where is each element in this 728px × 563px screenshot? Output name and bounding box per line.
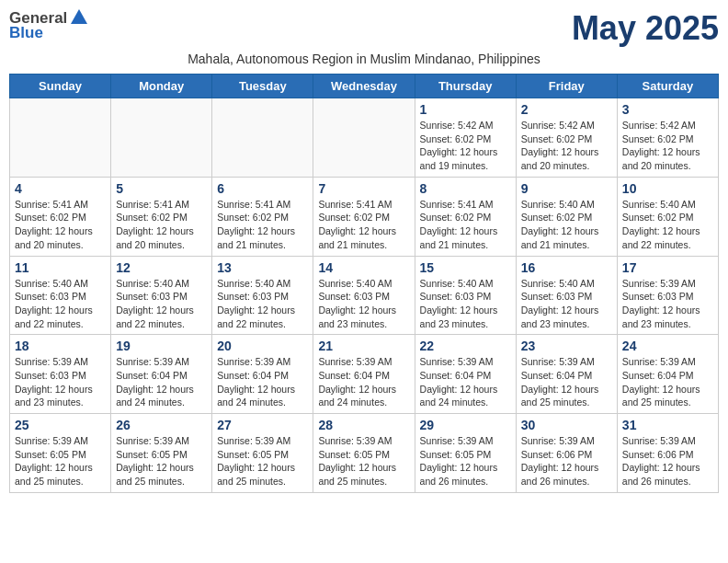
day-info: Sunrise: 5:39 AMSunset: 6:06 PMDaylight:… [521, 434, 612, 488]
calendar-cell: 26Sunrise: 5:39 AMSunset: 6:05 PMDayligh… [111, 414, 212, 493]
day-number: 4 [15, 181, 106, 196]
logo-blue: Blue [9, 24, 43, 42]
day-info: Sunrise: 5:40 AMSunset: 6:03 PMDaylight:… [318, 277, 409, 331]
calendar-cell: 9Sunrise: 5:40 AMSunset: 6:02 PMDaylight… [516, 177, 617, 256]
day-info: Sunrise: 5:42 AMSunset: 6:02 PMDaylight:… [622, 119, 713, 173]
day-info: Sunrise: 5:40 AMSunset: 6:02 PMDaylight:… [622, 198, 713, 252]
day-number: 5 [116, 181, 207, 196]
day-number: 3 [622, 102, 713, 117]
logo: General Blue [9, 9, 89, 42]
day-info: Sunrise: 5:42 AMSunset: 6:02 PMDaylight:… [420, 119, 511, 173]
calendar-cell: 25Sunrise: 5:39 AMSunset: 6:05 PMDayligh… [10, 414, 111, 493]
day-number: 15 [420, 260, 511, 275]
calendar-cell: 2Sunrise: 5:42 AMSunset: 6:02 PMDaylight… [516, 98, 617, 178]
calendar-cell: 21Sunrise: 5:39 AMSunset: 6:04 PMDayligh… [313, 335, 415, 414]
day-number: 31 [622, 418, 713, 432]
day-number: 11 [15, 260, 106, 275]
day-number: 20 [217, 339, 308, 353]
day-number: 9 [521, 181, 612, 196]
calendar-cell [111, 98, 212, 178]
day-info: Sunrise: 5:39 AMSunset: 6:05 PMDaylight:… [318, 434, 409, 488]
day-info: Sunrise: 5:39 AMSunset: 6:05 PMDaylight:… [116, 434, 207, 488]
day-number: 30 [521, 418, 612, 432]
calendar-cell: 17Sunrise: 5:39 AMSunset: 6:03 PMDayligh… [617, 256, 718, 335]
day-number: 26 [116, 418, 207, 432]
day-number: 28 [318, 418, 409, 432]
day-info: Sunrise: 5:39 AMSunset: 6:04 PMDaylight:… [622, 355, 713, 409]
calendar-cell [212, 98, 313, 178]
day-info: Sunrise: 5:39 AMSunset: 6:03 PMDaylight:… [622, 277, 713, 331]
day-info: Sunrise: 5:39 AMSunset: 6:03 PMDaylight:… [15, 355, 106, 409]
calendar-cell: 16Sunrise: 5:40 AMSunset: 6:03 PMDayligh… [516, 256, 617, 335]
day-number: 19 [116, 339, 207, 353]
day-number: 2 [521, 102, 612, 117]
day-info: Sunrise: 5:39 AMSunset: 6:04 PMDaylight:… [116, 355, 207, 409]
day-number: 27 [217, 418, 308, 432]
day-header-sunday: Sunday [10, 75, 111, 98]
calendar-cell: 22Sunrise: 5:39 AMSunset: 6:04 PMDayligh… [415, 335, 516, 414]
day-info: Sunrise: 5:39 AMSunset: 6:05 PMDaylight:… [420, 434, 511, 488]
calendar-cell: 10Sunrise: 5:40 AMSunset: 6:02 PMDayligh… [617, 177, 718, 256]
calendar-cell: 14Sunrise: 5:40 AMSunset: 6:03 PMDayligh… [313, 256, 415, 335]
day-header-thursday: Thursday [415, 75, 516, 98]
day-number: 6 [217, 181, 308, 196]
calendar: SundayMondayTuesdayWednesdayThursdayFrid… [9, 74, 719, 493]
day-number: 17 [622, 260, 713, 275]
day-info: Sunrise: 5:39 AMSunset: 6:04 PMDaylight:… [521, 355, 612, 409]
calendar-cell: 29Sunrise: 5:39 AMSunset: 6:05 PMDayligh… [415, 414, 516, 493]
day-number: 16 [521, 260, 612, 275]
day-number: 13 [217, 260, 308, 275]
day-info: Sunrise: 5:40 AMSunset: 6:03 PMDaylight:… [420, 277, 511, 331]
calendar-cell: 23Sunrise: 5:39 AMSunset: 6:04 PMDayligh… [516, 335, 617, 414]
subtitle: Mahala, Autonomous Region in Muslim Mind… [9, 52, 719, 66]
calendar-cell [10, 98, 111, 178]
calendar-cell: 24Sunrise: 5:39 AMSunset: 6:04 PMDayligh… [617, 335, 718, 414]
calendar-cell: 11Sunrise: 5:40 AMSunset: 6:03 PMDayligh… [10, 256, 111, 335]
calendar-cell: 31Sunrise: 5:39 AMSunset: 6:06 PMDayligh… [617, 414, 718, 493]
day-number: 18 [15, 339, 106, 353]
day-info: Sunrise: 5:39 AMSunset: 6:05 PMDaylight:… [15, 434, 106, 488]
day-number: 10 [622, 181, 713, 196]
day-number: 25 [15, 418, 106, 432]
calendar-cell: 7Sunrise: 5:41 AMSunset: 6:02 PMDaylight… [313, 177, 415, 256]
day-info: Sunrise: 5:40 AMSunset: 6:03 PMDaylight:… [15, 277, 106, 331]
day-info: Sunrise: 5:40 AMSunset: 6:03 PMDaylight:… [521, 277, 612, 331]
day-header-monday: Monday [111, 75, 212, 98]
day-info: Sunrise: 5:39 AMSunset: 6:05 PMDaylight:… [217, 434, 308, 488]
day-info: Sunrise: 5:41 AMSunset: 6:02 PMDaylight:… [116, 198, 207, 252]
calendar-cell: 6Sunrise: 5:41 AMSunset: 6:02 PMDaylight… [212, 177, 313, 256]
day-number: 29 [420, 418, 511, 432]
calendar-cell: 30Sunrise: 5:39 AMSunset: 6:06 PMDayligh… [516, 414, 617, 493]
day-number: 24 [622, 339, 713, 353]
day-info: Sunrise: 5:41 AMSunset: 6:02 PMDaylight:… [217, 198, 308, 252]
calendar-cell: 8Sunrise: 5:41 AMSunset: 6:02 PMDaylight… [415, 177, 516, 256]
calendar-cell: 3Sunrise: 5:42 AMSunset: 6:02 PMDaylight… [617, 98, 718, 178]
day-info: Sunrise: 5:40 AMSunset: 6:03 PMDaylight:… [217, 277, 308, 331]
calendar-cell: 5Sunrise: 5:41 AMSunset: 6:02 PMDaylight… [111, 177, 212, 256]
day-header-friday: Friday [516, 75, 617, 98]
header: General Blue May 2025 [9, 9, 719, 48]
day-header-tuesday: Tuesday [212, 75, 313, 98]
day-header-wednesday: Wednesday [313, 75, 415, 98]
day-number: 22 [420, 339, 511, 353]
calendar-cell: 20Sunrise: 5:39 AMSunset: 6:04 PMDayligh… [212, 335, 313, 414]
logo-icon [69, 7, 89, 28]
day-number: 1 [420, 102, 511, 117]
day-number: 7 [318, 181, 409, 196]
calendar-cell: 28Sunrise: 5:39 AMSunset: 6:05 PMDayligh… [313, 414, 415, 493]
calendar-cell: 13Sunrise: 5:40 AMSunset: 6:03 PMDayligh… [212, 256, 313, 335]
calendar-cell: 27Sunrise: 5:39 AMSunset: 6:05 PMDayligh… [212, 414, 313, 493]
calendar-cell: 19Sunrise: 5:39 AMSunset: 6:04 PMDayligh… [111, 335, 212, 414]
month-title: May 2025 [572, 9, 719, 48]
day-info: Sunrise: 5:41 AMSunset: 6:02 PMDaylight:… [318, 198, 409, 252]
day-info: Sunrise: 5:39 AMSunset: 6:04 PMDaylight:… [420, 355, 511, 409]
day-info: Sunrise: 5:42 AMSunset: 6:02 PMDaylight:… [521, 119, 612, 173]
day-info: Sunrise: 5:40 AMSunset: 6:02 PMDaylight:… [521, 198, 612, 252]
day-number: 14 [318, 260, 409, 275]
calendar-cell: 18Sunrise: 5:39 AMSunset: 6:03 PMDayligh… [10, 335, 111, 414]
day-info: Sunrise: 5:41 AMSunset: 6:02 PMDaylight:… [15, 198, 106, 252]
day-info: Sunrise: 5:39 AMSunset: 6:06 PMDaylight:… [622, 434, 713, 488]
svg-marker-0 [71, 9, 87, 24]
day-info: Sunrise: 5:40 AMSunset: 6:03 PMDaylight:… [116, 277, 207, 331]
day-header-saturday: Saturday [617, 75, 718, 98]
